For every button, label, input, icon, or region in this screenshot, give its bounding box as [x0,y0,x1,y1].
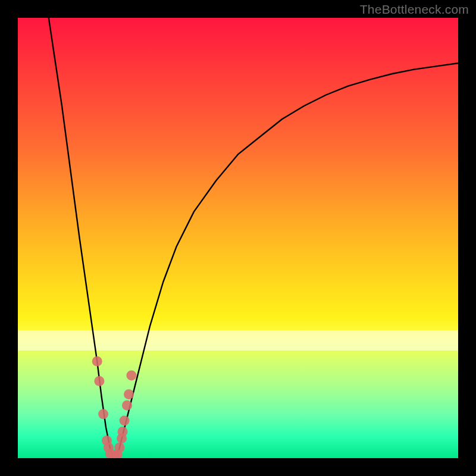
svg-point-14 [124,389,134,399]
svg-point-1 [94,376,104,386]
chart-frame: TheBottleneck.com [0,0,476,476]
svg-point-13 [122,400,132,411]
watermark-text: TheBottleneck.com [360,2,469,17]
bottleneck-curve [49,18,458,458]
svg-point-0 [92,356,102,367]
chart-svg [18,18,458,458]
plot-area [18,18,458,458]
svg-point-11 [118,427,128,437]
svg-point-9 [114,443,124,453]
svg-point-12 [120,416,130,426]
svg-point-2 [98,409,108,419]
svg-point-15 [126,370,136,380]
